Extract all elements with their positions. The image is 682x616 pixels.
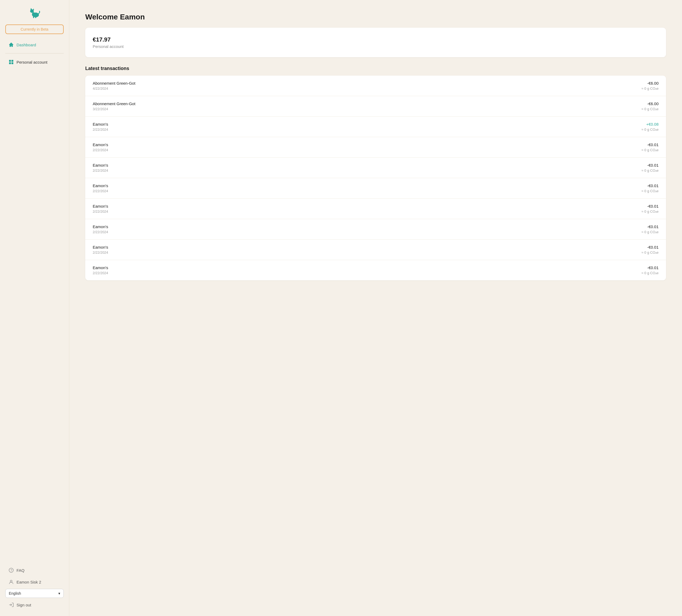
transaction-amount: -€0.01 <box>641 224 659 229</box>
transaction-amount: -€6.00 <box>641 101 659 106</box>
table-row: Eamon's2/22/2024-€0.01≈ 0 g CO₂e <box>85 137 666 158</box>
transaction-date: 2/22/2024 <box>93 210 108 213</box>
transaction-name: Eamon's <box>93 142 108 147</box>
transaction-date: 2/22/2024 <box>93 127 108 132</box>
transaction-date: 2/22/2024 <box>93 168 108 172</box>
transaction-co2: ≈ 0 g CO₂e <box>641 87 659 91</box>
account-label: Personal account <box>93 44 659 49</box>
transaction-name: Eamon's <box>93 265 108 270</box>
transaction-co2: ≈ 0 g CO₂e <box>641 148 659 152</box>
transaction-name: Eamon's <box>93 204 108 209</box>
svg-rect-9 <box>9 62 11 64</box>
transaction-name: Eamon's <box>93 224 108 229</box>
transaction-amount: +€0.08 <box>641 122 659 126</box>
svg-rect-7 <box>9 60 11 62</box>
sidebar-bottom: ? FAQ Eamon Sisk 2 English ▾ Sign out <box>5 561 64 610</box>
svg-rect-5 <box>33 16 34 18</box>
svg-point-1 <box>32 12 35 17</box>
transaction-date: 2/22/2024 <box>93 230 108 234</box>
svg-rect-10 <box>12 62 13 64</box>
app-logo-icon <box>28 6 41 19</box>
transaction-co2: ≈ 0 g CO₂e <box>641 230 659 234</box>
transaction-date: 2/22/2024 <box>93 148 108 152</box>
svg-rect-8 <box>12 60 13 62</box>
transaction-amount: -€0.01 <box>641 245 659 250</box>
transaction-co2: ≈ 0 g CO₂e <box>641 271 659 275</box>
table-row: Eamon's2/22/2024-€0.01≈ 0 g CO₂e <box>85 240 666 260</box>
transaction-date: 2/22/2024 <box>93 189 108 193</box>
transaction-amount: -€6.00 <box>641 81 659 86</box>
table-row: Abonnement Green-Got3/22/2024-€6.00≈ 0 g… <box>85 96 666 117</box>
transaction-name: Eamon's <box>93 245 108 250</box>
chevron-down-icon: ▾ <box>58 591 60 595</box>
transaction-name: Abonnement Green-Got <box>93 101 135 106</box>
language-selector[interactable]: English ▾ <box>5 589 64 598</box>
table-row: Eamon's2/22/2024-€0.01≈ 0 g CO₂e <box>85 178 666 198</box>
transaction-co2: ≈ 0 g CO₂e <box>641 168 659 172</box>
transaction-name: Abonnement Green-Got <box>93 81 135 86</box>
faq-item[interactable]: ? FAQ <box>5 565 64 575</box>
user-profile-item: Eamon Sisk 2 <box>5 577 64 587</box>
transaction-date: 4/22/2024 <box>93 87 135 91</box>
beta-button[interactable]: Currently in Beta <box>5 24 64 34</box>
faq-icon: ? <box>8 568 14 573</box>
sidebar: Currently in Beta Dashboard Personal acc… <box>0 0 69 616</box>
svg-marker-4 <box>32 8 34 10</box>
transactions-section-title: Latest transactions <box>85 66 666 71</box>
svg-text:?: ? <box>10 569 12 572</box>
transaction-date: 3/22/2024 <box>93 107 135 111</box>
svg-marker-3 <box>30 8 32 10</box>
table-row: Eamon's2/22/2024+€0.08≈ 0 g CO₂e <box>85 117 666 137</box>
account-card: €17.97 Personal account <box>85 28 666 57</box>
transaction-name: Eamon's <box>93 184 108 188</box>
account-balance: €17.97 <box>93 36 659 43</box>
transaction-amount: -€0.01 <box>641 204 659 209</box>
transaction-amount: -€0.01 <box>641 142 659 147</box>
svg-rect-6 <box>35 16 36 18</box>
transaction-name: Eamon's <box>93 122 108 126</box>
transactions-container: Abonnement Green-Got4/22/2024-€6.00≈ 0 g… <box>85 76 666 280</box>
sidebar-nav: Dashboard Personal account <box>5 40 64 561</box>
table-row: Abonnement Green-Got4/22/2024-€6.00≈ 0 g… <box>85 76 666 96</box>
sign-out-icon <box>8 602 14 608</box>
sign-out-item[interactable]: Sign out <box>5 600 64 610</box>
svg-point-13 <box>10 580 12 582</box>
transaction-co2: ≈ 0 g CO₂e <box>641 127 659 132</box>
sidebar-item-personal-account[interactable]: Personal account <box>5 57 64 67</box>
table-row: Eamon's2/22/2024-€0.01≈ 0 g CO₂e <box>85 158 666 178</box>
page-title: Welcome Eamon <box>85 13 666 21</box>
transaction-date: 2/22/2024 <box>93 251 108 255</box>
transaction-amount: -€0.01 <box>641 163 659 167</box>
table-row: Eamon's2/22/2024-€0.01≈ 0 g CO₂e <box>85 198 666 219</box>
table-row: Eamon's2/22/2024-€0.01≈ 0 g CO₂e <box>85 260 666 280</box>
transaction-co2: ≈ 0 g CO₂e <box>641 251 659 255</box>
table-row: Eamon's2/22/2024-€0.01≈ 0 g CO₂e <box>85 219 666 240</box>
main-content: Welcome Eamon €17.97 Personal account La… <box>69 0 682 616</box>
user-icon <box>8 579 14 585</box>
home-icon <box>8 42 14 47</box>
transaction-amount: -€0.01 <box>641 265 659 270</box>
transaction-co2: ≈ 0 g CO₂e <box>641 210 659 213</box>
nav-divider <box>5 53 64 53</box>
sidebar-item-dashboard[interactable]: Dashboard <box>5 40 64 50</box>
transaction-date: 2/22/2024 <box>93 271 108 275</box>
grid-icon <box>8 60 14 65</box>
logo-container <box>5 6 64 19</box>
transaction-name: Eamon's <box>93 163 108 167</box>
transaction-co2: ≈ 0 g CO₂e <box>641 107 659 111</box>
transaction-co2: ≈ 0 g CO₂e <box>641 189 659 193</box>
transaction-amount: -€0.01 <box>641 184 659 188</box>
